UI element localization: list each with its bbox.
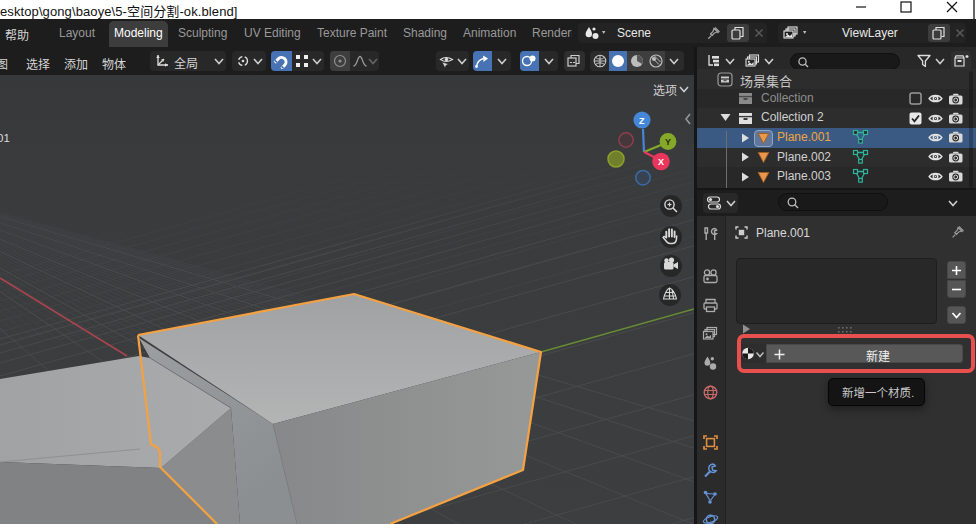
svg-text:Z: Z bbox=[639, 116, 645, 126]
svg-text:X: X bbox=[658, 157, 664, 167]
svg-text:01: 01 bbox=[0, 132, 10, 144]
svg-text:选项: 选项 bbox=[653, 84, 677, 98]
svg-text:Y: Y bbox=[665, 137, 671, 147]
